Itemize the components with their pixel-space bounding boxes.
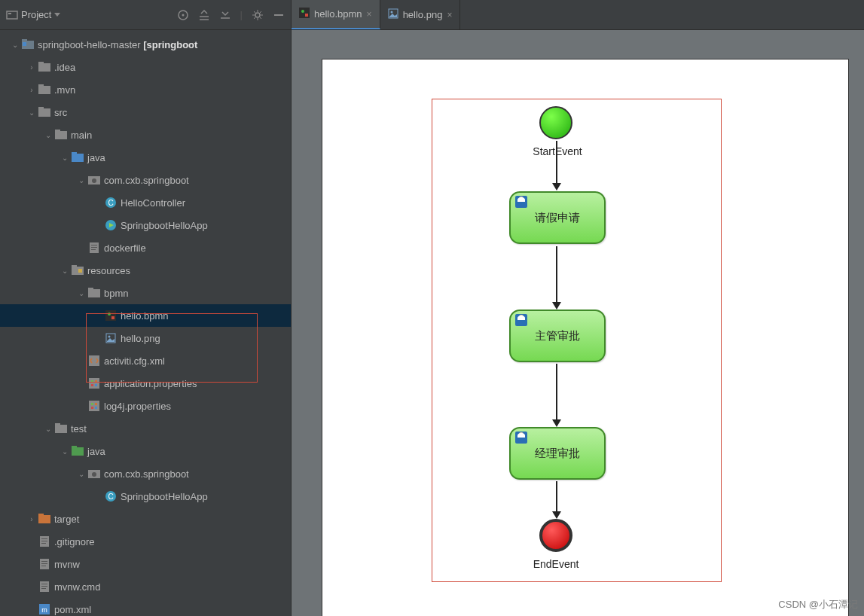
project-tree[interactable]: ⌄springboot-hello-master [springboot›.id…: [0, 30, 291, 616]
chevron-down-icon[interactable]: ⌄: [75, 470, 87, 478]
tree-node-log4j-properties[interactable]: log4j.properties: [0, 395, 291, 417]
svg-rect-47: [91, 384, 93, 386]
end-event-node[interactable]: [539, 519, 572, 552]
svg-rect-57: [72, 446, 77, 449]
gear-icon[interactable]: [252, 9, 264, 21]
close-icon[interactable]: ×: [447, 10, 452, 20]
tab-label: hello.png: [403, 9, 443, 20]
user-task-3[interactable]: 经理审批: [509, 427, 606, 480]
svg-rect-69: [41, 561, 47, 562]
xml-maven-icon: m: [38, 604, 51, 614]
folder-icon: [54, 130, 68, 140]
tree-node-application-properties[interactable]: application.properties: [0, 372, 291, 395]
svg-rect-52: [91, 407, 93, 409]
tree-node-hello-bpmn[interactable]: hello.bpmn: [0, 304, 291, 327]
tree-node-target[interactable]: ›target: [0, 508, 291, 530]
svg-rect-44: [89, 378, 99, 389]
sequence-flow[interactable]: [556, 481, 557, 517]
sequence-flow[interactable]: [556, 246, 557, 308]
chevron-down-icon[interactable]: ⌄: [75, 176, 87, 184]
target-icon[interactable]: [177, 9, 189, 21]
sequence-flow[interactable]: [556, 364, 557, 425]
svg-rect-5: [274, 14, 283, 16]
tree-node-dockerfile[interactable]: dockerfile: [0, 236, 291, 259]
tree-node-pom-xml[interactable]: mpom.xml: [0, 598, 291, 616]
tree-node-main[interactable]: ⌄main: [0, 124, 291, 146]
start-event-node[interactable]: [539, 106, 572, 139]
svg-rect-30: [91, 245, 97, 245]
tree-node-java[interactable]: ⌄java: [0, 440, 291, 462]
svg-rect-73: [41, 584, 47, 584]
tree-node-springboot-hello-master[interactable]: ⌄springboot-hello-master [springboot: [0, 33, 291, 56]
bpmn-canvas[interactable]: StartEvent 请假申请 主管审批 经理审批 EndEvent: [322, 59, 849, 616]
project-dropdown[interactable]: Project: [6, 9, 60, 21]
chevron-down-icon[interactable]: ⌄: [42, 425, 54, 433]
bpmn-file-icon: [299, 8, 310, 20]
close-icon[interactable]: ×: [367, 9, 372, 20]
tree-node-resources[interactable]: ⌄resources: [0, 259, 291, 282]
user-icon: [515, 432, 527, 444]
chevron-down-icon[interactable]: ⌄: [9, 41, 21, 49]
file-icon: [38, 559, 51, 569]
collapse-icon[interactable]: [219, 9, 231, 21]
chevron-down-icon[interactable]: ⌄: [59, 267, 71, 275]
class-icon: C: [104, 197, 118, 208]
sequence-flow[interactable]: [556, 141, 557, 189]
tree-node-label: SpringbootHelloApp: [121, 491, 208, 502]
svg-point-59: [92, 472, 96, 477]
svg-rect-50: [91, 403, 93, 405]
svg-rect-21: [55, 130, 60, 133]
tree-node-label: bpmn: [104, 288, 129, 299]
package-icon: [87, 175, 101, 185]
tree-node-test[interactable]: ⌄test: [0, 417, 291, 440]
folder-icon: [87, 288, 101, 298]
tree-node-label: log4j.properties: [104, 401, 171, 412]
tree-node-com-cxb-springboot[interactable]: ⌄com.cxb.springboot: [0, 169, 291, 191]
tree-node-label: HelloController: [121, 197, 185, 209]
user-task-1[interactable]: 请假申请: [509, 191, 606, 244]
tree-node--gitignore[interactable]: .gitignore: [0, 530, 291, 553]
tree-node-bpmn[interactable]: ⌄bpmn: [0, 282, 291, 304]
chevron-right-icon[interactable]: ›: [26, 63, 38, 72]
minimize-icon[interactable]: [273, 9, 285, 21]
tree-node-label: test: [71, 423, 87, 435]
tree-node-SpringbootHelloApp[interactable]: CSpringbootHelloApp: [0, 485, 291, 508]
tree-node--mvn[interactable]: ›.mvn: [0, 78, 291, 101]
file-icon: [38, 581, 51, 592]
tree-node--idea[interactable]: ›.idea: [0, 56, 291, 78]
image-file-icon: [388, 8, 398, 21]
chevron-down-icon[interactable]: ⌄: [26, 108, 38, 117]
folder-icon: [38, 84, 51, 95]
start-event-label: StartEvent: [520, 145, 595, 157]
chevron-down-icon[interactable]: ⌄: [59, 447, 71, 456]
tree-node-HelloController[interactable]: CHelloController: [0, 191, 291, 214]
user-task-2[interactable]: 主管审批: [509, 310, 606, 362]
svg-text:C: C: [108, 492, 113, 501]
expand-icon[interactable]: [198, 9, 210, 21]
chevron-down-icon[interactable]: ⌄: [42, 131, 54, 139]
tree-node-java[interactable]: ⌄java: [0, 146, 291, 169]
chevron-right-icon[interactable]: ›: [26, 515, 38, 523]
chevron-down-icon[interactable]: ⌄: [59, 154, 71, 162]
class-run-icon: [104, 220, 118, 230]
svg-rect-32: [91, 249, 96, 250]
folder-icon: [38, 62, 51, 72]
file-icon: [38, 536, 51, 547]
tree-node-mvnw[interactable]: mvnw: [0, 553, 291, 575]
chevron-down-icon[interactable]: ⌄: [75, 289, 87, 297]
tree-node-hello-png[interactable]: hello.png: [0, 327, 291, 349]
tree-node-label: .idea: [54, 62, 75, 73]
svg-rect-35: [78, 269, 82, 273]
tree-node-SpringbootHelloApp[interactable]: SpringbootHelloApp: [0, 214, 291, 236]
tab-hello-png[interactable]: hello.png×: [380, 0, 461, 29]
tab-hello-bpmn[interactable]: hello.bpmn×: [292, 0, 380, 29]
tree-node-src[interactable]: ⌄src: [0, 101, 291, 124]
tree-node-label: java: [87, 152, 105, 163]
tree-node-activiti-cfg-xml[interactable]: activiti.cfg.xml: [0, 349, 291, 372]
project-tool-header: Project |: [0, 0, 292, 29]
chevron-right-icon[interactable]: ›: [26, 86, 38, 94]
tree-node-mvnw-cmd[interactable]: mvnw.cmd: [0, 575, 291, 598]
tree-node-com-cxb-springboot[interactable]: ⌄com.cxb.springboot: [0, 462, 291, 485]
task-label: 请假申请: [535, 211, 580, 225]
svg-rect-75: [41, 588, 46, 589]
